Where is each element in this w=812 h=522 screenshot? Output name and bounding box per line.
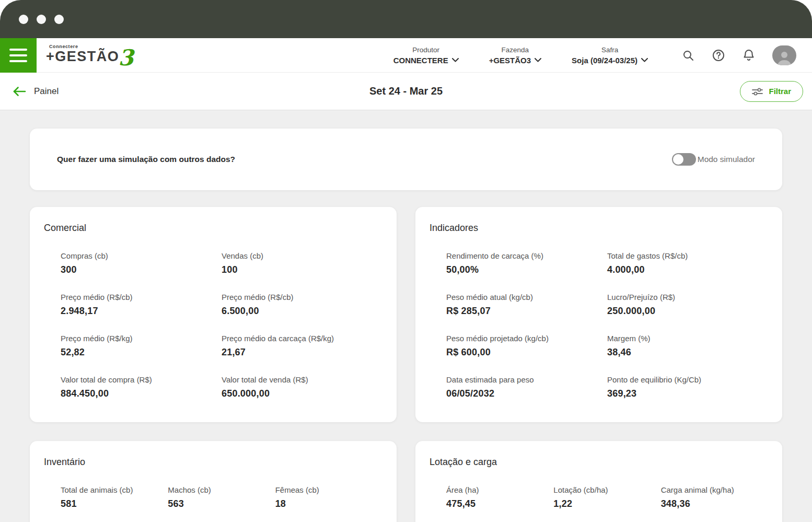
user-avatar[interactable]	[772, 45, 796, 65]
produtor-label: Produtor	[412, 46, 439, 54]
metric-preco-medio-kg: Preço médio (R$/kg) 52,82	[61, 334, 222, 358]
metric-valor-total-venda: Valor total de venda (R$) 650.000,00	[222, 375, 382, 399]
metric-total-animais: Total de animais (cb) 581	[61, 485, 168, 509]
filter-sliders-icon	[752, 87, 763, 96]
fazenda-label: Fazenda	[502, 46, 529, 54]
metric-preco-medio-compra-cb: Preço médio (R$/cb) 2.948,17	[61, 293, 222, 317]
period-title: Set 24 - Mar 25	[369, 85, 443, 97]
metric-rendimento-carcaca: Rendimento de carcaça (%) 50,00%	[446, 251, 607, 275]
notifications-bell-icon[interactable]	[742, 49, 756, 62]
metric-ponto-equilibrio: Ponto de equilibrio (Kg/Cb) 369,23	[607, 375, 768, 399]
card-comercial: Comercial Compras (cb) 300 Vendas (cb) 1…	[30, 207, 397, 422]
safra-value: Soja (09/24-03/25)	[572, 56, 637, 65]
app-window: Connectere +GESTÃO 3 Produtor CONNECTERE…	[0, 0, 812, 522]
search-icon[interactable]	[681, 49, 695, 62]
metric-valor-total-compra: Valor total de compra (R$) 884.450,00	[61, 375, 222, 399]
card-lotacao-carga: Lotação e carga Área (ha) 475,45 Lotação…	[415, 441, 782, 522]
chevron-down-icon	[535, 58, 541, 62]
card-indicadores: Indicadores Rendimento de carcaça (%) 50…	[415, 207, 782, 422]
chevron-down-icon	[641, 58, 648, 62]
hamburger-menu-button[interactable]	[0, 38, 37, 73]
simulator-question: Quer fazer uma simulação com outros dado…	[57, 155, 235, 164]
metric-lotacao: Lotação (cb/ha) 1,22	[553, 485, 660, 509]
card-title: Comercial	[44, 223, 382, 234]
card-title: Lotação e carga	[430, 457, 768, 468]
produtor-value: CONNECTERE	[393, 56, 448, 65]
filter-button[interactable]: Filtrar	[740, 81, 803, 102]
card-title: Indicadores	[430, 223, 768, 234]
metric-vendas: Vendas (cb) 100	[222, 251, 382, 275]
metric-carga-animal: Carga animal (kg/ha) 348,36	[661, 485, 768, 509]
metric-lucro-prejuizo: Lucro/Prejuízo (R$) 250.000,00	[607, 293, 768, 317]
metric-preco-medio-venda-cb: Preço médio (R$/cb) 6.500,00	[222, 293, 382, 317]
logo-main-text: +GESTÃO	[46, 50, 119, 64]
page-toolbar: Painel Set 24 - Mar 25 Filtrar	[0, 73, 812, 110]
help-icon[interactable]	[712, 49, 725, 62]
app-header: Connectere +GESTÃO 3 Produtor CONNECTERE…	[0, 38, 812, 73]
produtor-selector[interactable]: Produtor CONNECTERE	[393, 46, 459, 65]
metric-total-gastos: Total de gastos (R$/cb) 4.000,00	[607, 251, 768, 275]
window-close-button[interactable]	[19, 15, 28, 24]
safra-label: Safra	[601, 46, 618, 54]
metric-area: Área (ha) 475,45	[446, 485, 553, 509]
back-button[interactable]: Painel	[13, 86, 59, 97]
metric-margem: Margem (%) 38,46	[607, 334, 768, 358]
fazenda-selector[interactable]: Fazenda +GESTÃO3	[489, 46, 541, 65]
metric-peso-medio-atual: Peso médio atual (kg/cb) R$ 285,07	[446, 293, 607, 317]
simulator-banner: Quer fazer uma simulação com outros dado…	[30, 129, 782, 190]
window-titlebar	[0, 0, 812, 38]
window-minimize-button[interactable]	[37, 15, 46, 24]
chevron-down-icon	[452, 58, 459, 62]
metric-preco-medio-carcaca: Preço médio da carcaça (R$/kg) 21,67	[222, 334, 382, 358]
card-inventario: Inventário Total de animais (cb) 581 Mac…	[30, 441, 397, 522]
app-logo: Connectere +GESTÃO 3	[46, 44, 134, 66]
dashboard-content: Quer fazer uma simulação com outros dado…	[0, 110, 812, 522]
breadcrumb-page-title: Painel	[34, 86, 59, 97]
header-icons	[681, 45, 796, 65]
context-selectors: Produtor CONNECTERE Fazenda +GESTÃO3	[393, 46, 648, 65]
card-title: Inventário	[44, 457, 382, 468]
metric-machos: Machos (cb) 563	[168, 485, 275, 509]
fazenda-value: +GESTÃO3	[489, 56, 531, 65]
simulator-toggle-label: Modo simulador	[698, 155, 755, 164]
back-arrow-icon	[13, 86, 26, 97]
metric-compras: Compras (cb) 300	[61, 251, 222, 275]
safra-selector[interactable]: Safra Soja (09/24-03/25)	[572, 46, 648, 65]
simulator-mode-toggle[interactable]	[672, 153, 696, 166]
metric-data-estimada-peso: Data estimada para peso 06/05/2032	[446, 375, 607, 399]
filter-button-label: Filtrar	[769, 87, 791, 96]
cards-grid: Comercial Compras (cb) 300 Vendas (cb) 1…	[30, 207, 782, 522]
window-maximize-button[interactable]	[54, 15, 64, 24]
metric-femeas: Fêmeas (cb) 18	[275, 485, 382, 509]
logo-suffix-text: 3	[118, 50, 133, 66]
metric-peso-medio-projetado: Peso médio projetado (kg/cb) R$ 600,00	[446, 334, 607, 358]
